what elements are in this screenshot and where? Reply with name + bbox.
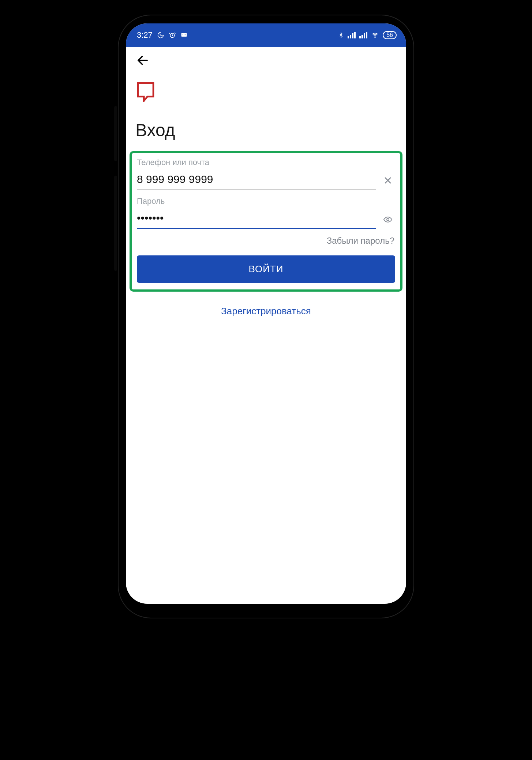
login-content: Вход Телефон или почта Пароль bbox=[126, 76, 406, 604]
svg-point-2 bbox=[182, 34, 183, 35]
phone-input[interactable] bbox=[137, 171, 376, 190]
forgot-password-link[interactable]: Забыли пароль? bbox=[137, 236, 394, 246]
phone-field: Телефон или почта bbox=[137, 158, 395, 190]
login-button[interactable]: ВОЙТИ bbox=[137, 255, 395, 283]
login-form-highlight: Телефон или почта Пароль bbox=[130, 151, 402, 292]
signal-icon-2 bbox=[359, 32, 367, 38]
phone-label: Телефон или почта bbox=[137, 158, 395, 167]
register-link[interactable]: Зарегистрироваться bbox=[133, 306, 399, 317]
android-status-bar: 3:27 56 bbox=[126, 23, 406, 47]
phone-frame: 3:27 56 bbox=[118, 15, 414, 618]
svg-point-5 bbox=[375, 37, 375, 37]
status-right: 56 bbox=[338, 31, 397, 39]
bluetooth-icon bbox=[338, 31, 344, 39]
alarm-icon bbox=[169, 31, 176, 39]
app-bar bbox=[126, 47, 406, 76]
battery-indicator: 56 bbox=[383, 31, 397, 39]
clear-icon[interactable] bbox=[381, 173, 395, 188]
signal-icon bbox=[348, 32, 356, 38]
svg-point-3 bbox=[184, 34, 184, 35]
password-field: Пароль bbox=[137, 196, 395, 229]
svg-point-9 bbox=[387, 218, 389, 221]
back-button[interactable] bbox=[133, 52, 152, 71]
app-logo-icon bbox=[135, 81, 156, 102]
moon-icon bbox=[157, 31, 164, 39]
phone-screen: 3:27 56 bbox=[126, 23, 406, 604]
svg-point-4 bbox=[185, 34, 186, 35]
status-time: 3:27 bbox=[137, 30, 153, 40]
page-title: Вход bbox=[133, 120, 399, 140]
eye-icon[interactable] bbox=[381, 212, 395, 227]
message-icon bbox=[180, 31, 188, 39]
wifi-icon bbox=[371, 32, 379, 38]
password-label: Пароль bbox=[137, 196, 395, 206]
status-left: 3:27 bbox=[137, 30, 188, 40]
password-input[interactable] bbox=[137, 210, 376, 229]
